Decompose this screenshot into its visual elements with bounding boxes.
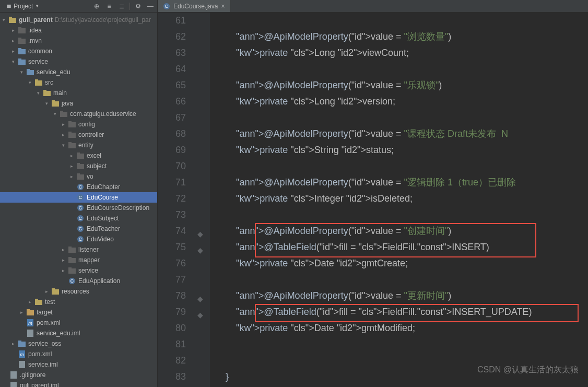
tree-item-excel[interactable]: ▸excel <box>0 150 157 161</box>
tree-item-main[interactable]: ▾main <box>0 88 157 98</box>
code-line[interactable] <box>215 336 588 353</box>
chevron-icon[interactable]: ▾ <box>36 90 41 96</box>
tree-item-src[interactable]: ▾src <box>0 77 157 88</box>
svg-rect-2 <box>9 17 12 18</box>
tree-item-java[interactable]: ▾java <box>0 98 157 109</box>
chevron-icon[interactable]: ▸ <box>10 28 16 33</box>
tree-item-label: src <box>45 79 53 86</box>
chevron-icon[interactable]: ▸ <box>10 341 16 346</box>
code-line[interactable]: "ann">@TableField("id">fill = "cls">Fiel… <box>215 304 588 320</box>
gutter-mark-icon[interactable]: ◆ <box>197 226 203 242</box>
code-line[interactable] <box>215 272 588 288</box>
tree-root[interactable]: ▾ guli_parent D:\study\java\code\project… <box>0 15 157 25</box>
code-line[interactable]: "kw">private "cls">Date "id2">gmtModifie… <box>215 320 588 336</box>
chevron-icon[interactable]: ▸ <box>69 153 74 158</box>
code-line[interactable]: "ann">@ApiModelProperty("id">value = "乐观… <box>215 77 588 93</box>
tree-item-educourse[interactable]: CEduCourse <box>0 192 157 203</box>
tree-item-entity[interactable]: ▾entity <box>0 140 157 150</box>
chevron-icon[interactable]: ▾ <box>52 111 57 116</box>
gear-icon[interactable]: ⚙ <box>133 2 143 11</box>
chevron-icon[interactable]: ▸ <box>61 268 66 273</box>
code-line[interactable]: "kw">private "cls">Long "id2">version; <box>215 93 588 110</box>
code-line[interactable]: "kw">private "cls">String "id2">status; <box>215 142 588 158</box>
tree-item-eduteacher[interactable]: CEduTeacher <box>0 224 157 234</box>
code-line[interactable]: "ann">@ApiModelProperty("id">value = "更新… <box>215 288 588 304</box>
code-line[interactable]: "kw">private "cls">Date "id2">gmtCreate; <box>215 255 588 272</box>
code-editor[interactable]: 6162636465666768697071727374757677787980… <box>158 13 588 387</box>
tree-item-educoursedescription[interactable]: CEduCourseDescription <box>0 203 157 213</box>
project-tree[interactable]: ▾ guli_parent D:\study\java\code\project… <box>0 13 157 387</box>
chevron-icon[interactable]: ▸ <box>61 122 66 127</box>
code-line[interactable]: "ann">@ApiModelProperty("id">value = "浏览… <box>215 29 588 45</box>
code-line[interactable]: "ann">@TableField("id">fill = "cls">Fiel… <box>215 239 588 255</box>
chevron-down-icon[interactable]: ▾ <box>1 17 6 22</box>
tree-item-common[interactable]: ▸common <box>0 46 157 56</box>
tree-item-service[interactable]: ▸service <box>0 265 157 276</box>
tree-item-guli-parent-iml[interactable]: guli parent.iml <box>0 380 157 387</box>
tree-item-com-atguigu-eduservice[interactable]: ▾com.atguigu.eduservice <box>0 109 157 119</box>
code-line[interactable] <box>215 13 588 29</box>
tree-item-resources[interactable]: ▸resources <box>0 286 157 297</box>
tree-item-service-edu-iml[interactable]: service_edu.iml <box>0 328 157 338</box>
tree-item-target[interactable]: ▸target <box>0 307 157 318</box>
tree-item-service-oss[interactable]: ▸service_oss <box>0 338 157 349</box>
gutter-mark-icon[interactable]: ◆ <box>197 242 203 259</box>
svg-rect-10 <box>18 58 21 60</box>
chevron-icon[interactable]: ▾ <box>19 69 24 75</box>
code-line[interactable] <box>215 207 588 223</box>
chevron-icon[interactable]: ▸ <box>69 174 74 179</box>
code-line[interactable]: "kw">private "cls">Long "id2">viewCount; <box>215 45 588 61</box>
tree-item--gitignore[interactable]: .gitignore <box>0 370 157 380</box>
chevron-icon[interactable]: ▸ <box>69 163 74 169</box>
chevron-icon[interactable]: ▸ <box>10 49 16 54</box>
tree-item-subject[interactable]: ▸subject <box>0 161 157 171</box>
line-gutter: 6162636465666768697071727374757677787980… <box>158 13 194 387</box>
tree-item--mvn[interactable]: ▸.mvn <box>0 36 157 46</box>
chevron-icon[interactable]: ▸ <box>10 38 16 43</box>
tree-item-pom-xml[interactable]: mpom.xml <box>0 349 157 359</box>
chevron-icon[interactable]: ▸ <box>61 257 66 263</box>
svg-rect-1 <box>9 18 16 23</box>
code-area[interactable]: "ann">@ApiModelProperty("id">value = "浏览… <box>210 13 588 387</box>
gutter-mark-icon[interactable]: ◆ <box>197 291 203 307</box>
code-line[interactable] <box>215 110 588 126</box>
tree-item-pom-xml[interactable]: mpom.xml <box>0 318 157 328</box>
tree-item-service-edu[interactable]: ▾service_edu <box>0 67 157 77</box>
chevron-icon[interactable]: ▾ <box>27 80 32 85</box>
tree-item-vo[interactable]: ▸vo <box>0 171 157 182</box>
expand-icon[interactable]: ≡ <box>104 2 114 11</box>
tree-item-test[interactable]: ▸test <box>0 297 157 307</box>
close-icon[interactable]: × <box>221 3 225 10</box>
chevron-icon[interactable]: ▸ <box>61 132 66 137</box>
tree-item-controller[interactable]: ▸controller <box>0 130 157 140</box>
chevron-icon[interactable]: ▸ <box>44 289 49 294</box>
tree-item--idea[interactable]: ▸.idea <box>0 25 157 36</box>
code-line[interactable]: "ann">@ApiModelProperty("id">value = "创建… <box>215 223 588 239</box>
tree-item-mapper[interactable]: ▸mapper <box>0 255 157 265</box>
tree-item-educhapter[interactable]: CEduChapter <box>0 182 157 192</box>
code-line[interactable] <box>215 158 588 174</box>
code-line[interactable]: "ann">@ApiModelProperty("id">value = "课程… <box>215 126 588 142</box>
chevron-icon[interactable]: ▸ <box>19 310 24 315</box>
tree-item-service[interactable]: ▾service <box>0 56 157 67</box>
hide-icon[interactable]: — <box>146 2 155 11</box>
locate-icon[interactable]: ⊕ <box>92 2 101 11</box>
tree-item-eduvideo[interactable]: CEduVideo <box>0 234 157 244</box>
chevron-icon[interactable]: ▸ <box>27 299 32 304</box>
tab-educourse[interactable]: C EduCourse.java × <box>158 0 230 12</box>
project-tool-label[interactable]: Project ▼ <box>2 2 43 11</box>
code-line[interactable]: "kw">private "cls">Integer "id2">isDelet… <box>215 191 588 207</box>
code-line[interactable]: "ann">@ApiModelProperty("id">value = "逻辑… <box>215 174 588 191</box>
tree-item-listener[interactable]: ▸listener <box>0 244 157 255</box>
collapse-icon[interactable]: ≣ <box>117 2 126 11</box>
chevron-icon[interactable]: ▾ <box>10 59 16 64</box>
gutter-mark-icon[interactable]: ◆ <box>197 307 203 323</box>
chevron-icon[interactable]: ▾ <box>44 101 49 106</box>
tree-item-edusubject[interactable]: CEduSubject <box>0 213 157 224</box>
code-line[interactable] <box>215 61 588 77</box>
tree-item-service-iml[interactable]: service.iml <box>0 359 157 370</box>
tree-item-eduapplication[interactable]: CEduApplication <box>0 276 157 286</box>
chevron-icon[interactable]: ▸ <box>61 247 66 252</box>
chevron-icon[interactable]: ▾ <box>61 143 66 148</box>
tree-item-config[interactable]: ▸config <box>0 119 157 130</box>
